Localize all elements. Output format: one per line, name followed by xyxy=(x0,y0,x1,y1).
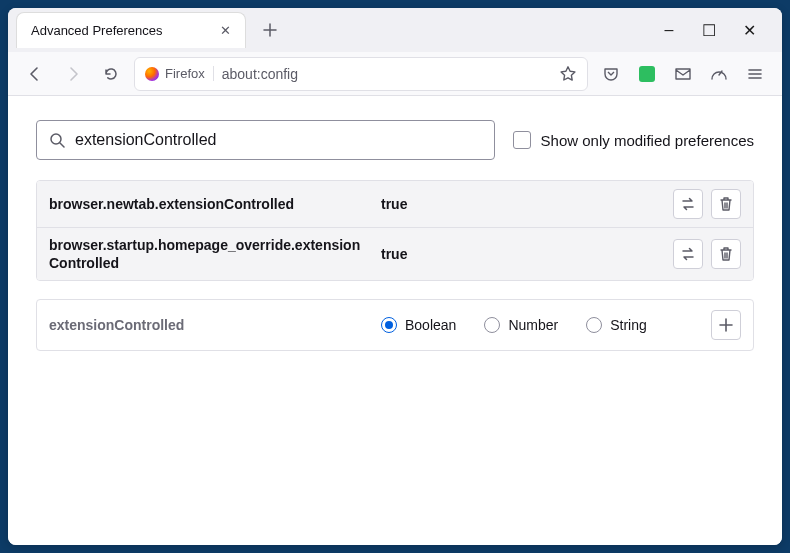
toggle-button[interactable] xyxy=(673,189,703,219)
radio-boolean[interactable]: Boolean xyxy=(381,317,456,333)
trash-icon xyxy=(719,246,733,262)
show-modified-toggle[interactable]: Show only modified preferences xyxy=(513,131,754,149)
new-tab-button[interactable] xyxy=(254,14,286,46)
pref-actions xyxy=(673,239,741,269)
radio-icon xyxy=(484,317,500,333)
pocket-icon xyxy=(603,66,619,82)
pref-value: true xyxy=(381,246,661,262)
evernote-icon xyxy=(639,66,655,82)
plus-icon xyxy=(263,23,277,37)
hamburger-icon xyxy=(747,66,763,82)
arrow-left-icon xyxy=(27,66,43,82)
trash-icon xyxy=(719,196,733,212)
radio-label: Boolean xyxy=(405,317,456,333)
radio-number[interactable]: Number xyxy=(484,317,558,333)
firefox-logo-icon xyxy=(145,67,159,81)
browser-window: Advanced Preferences ✕ – ☐ ✕ Firefox abo xyxy=(8,8,782,545)
mail-button[interactable] xyxy=(668,59,698,89)
menu-button[interactable] xyxy=(740,59,770,89)
add-button[interactable] xyxy=(711,310,741,340)
radio-icon xyxy=(586,317,602,333)
gauge-icon xyxy=(710,65,728,83)
pref-name: browser.startup.homepage_override.extens… xyxy=(49,236,369,272)
evernote-button[interactable] xyxy=(632,59,662,89)
account-button[interactable] xyxy=(704,59,734,89)
radio-label: String xyxy=(610,317,647,333)
close-tab-icon[interactable]: ✕ xyxy=(220,23,231,38)
radio-string[interactable]: String xyxy=(586,317,647,333)
reload-icon xyxy=(103,66,119,82)
search-row: Show only modified preferences xyxy=(36,120,754,160)
pref-actions xyxy=(673,189,741,219)
maximize-button[interactable]: ☐ xyxy=(698,21,720,40)
delete-button[interactable] xyxy=(711,189,741,219)
back-button[interactable] xyxy=(20,59,50,89)
pocket-button[interactable] xyxy=(596,59,626,89)
show-modified-label: Show only modified preferences xyxy=(541,132,754,149)
identity-box[interactable]: Firefox xyxy=(145,66,214,81)
toggle-arrows-icon xyxy=(680,196,696,212)
url-text[interactable]: about:config xyxy=(222,66,551,82)
checkbox-icon[interactable] xyxy=(513,131,531,149)
toolbar-actions xyxy=(596,59,770,89)
type-radio-group: Boolean Number String xyxy=(381,317,699,333)
close-button[interactable]: ✕ xyxy=(738,21,760,40)
pref-row[interactable]: browser.startup.homepage_override.extens… xyxy=(37,227,753,280)
reload-button[interactable] xyxy=(96,59,126,89)
titlebar: Advanced Preferences ✕ – ☐ ✕ xyxy=(8,8,782,52)
arrow-right-icon xyxy=(65,66,81,82)
radio-label: Number xyxy=(508,317,558,333)
search-icon xyxy=(49,132,65,148)
window-controls: – ☐ ✕ xyxy=(658,21,778,40)
about-config-content: Show only modified preferences browser.n… xyxy=(8,96,782,545)
minimize-button[interactable]: – xyxy=(658,21,680,40)
pref-row[interactable]: browser.newtab.extensionControlled true xyxy=(37,181,753,227)
pref-results-list: browser.newtab.extensionControlled true … xyxy=(36,180,754,281)
forward-button xyxy=(58,59,88,89)
pref-name: browser.newtab.extensionControlled xyxy=(49,195,369,213)
search-box[interactable] xyxy=(36,120,495,160)
address-bar[interactable]: Firefox about:config xyxy=(134,57,588,91)
toggle-button[interactable] xyxy=(673,239,703,269)
toggle-arrows-icon xyxy=(680,246,696,262)
identity-label: Firefox xyxy=(165,66,205,81)
plus-icon xyxy=(719,318,733,332)
navigation-toolbar: Firefox about:config xyxy=(8,52,782,96)
active-tab[interactable]: Advanced Preferences ✕ xyxy=(16,12,246,48)
radio-icon xyxy=(381,317,397,333)
mail-icon xyxy=(674,66,692,82)
search-input[interactable] xyxy=(75,131,482,149)
add-pref-row: extensionControlled Boolean Number Strin… xyxy=(36,299,754,351)
delete-button[interactable] xyxy=(711,239,741,269)
bookmark-star-icon[interactable] xyxy=(559,65,577,83)
tab-title: Advanced Preferences xyxy=(31,23,163,38)
pref-value: true xyxy=(381,196,661,212)
add-pref-name: extensionControlled xyxy=(49,317,369,333)
